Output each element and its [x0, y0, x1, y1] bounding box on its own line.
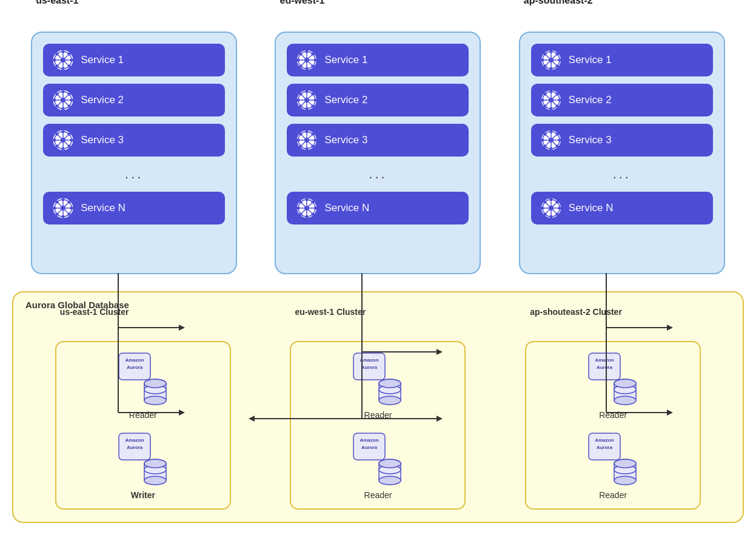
svg-point-146: [549, 58, 554, 62]
svg-point-118: [306, 147, 309, 150]
svg-point-247: [614, 459, 636, 468]
svg-point-151: [543, 53, 546, 56]
svg-point-87: [306, 50, 309, 53]
svg-point-56: [61, 138, 65, 143]
svg-point-133: [306, 215, 309, 218]
service-label: Service 2: [81, 94, 124, 106]
aurora-cluster-label-ap: ap-shouteast-2 Cluster: [530, 307, 622, 317]
svg-point-33: [68, 53, 71, 56]
service-item-us-east-1-2: Service 2: [43, 84, 225, 116]
db-node-label-eu-reader2: Reader: [364, 490, 392, 500]
svg-point-137: [312, 213, 315, 216]
svg-point-117: [306, 130, 309, 133]
service-label: Service 3: [569, 134, 612, 146]
svg-point-193: [549, 215, 552, 218]
svg-point-180: [558, 139, 561, 142]
svg-text:Amazon: Amazon: [125, 437, 144, 443]
kubernetes-icon-n: [53, 198, 73, 218]
db-node-us-reader: Amazon Aurora Reader: [116, 352, 170, 420]
svg-point-181: [543, 133, 546, 136]
svg-text:Aurora: Aurora: [597, 365, 613, 370]
svg-point-34: [56, 65, 59, 68]
service-label: Service 2: [569, 94, 612, 106]
svg-point-135: [314, 207, 317, 210]
svg-point-58: [62, 147, 65, 150]
svg-point-150: [558, 59, 561, 62]
svg-point-106: [299, 93, 303, 96]
service-item-ap-n: Service N: [531, 192, 713, 224]
service-item-us-east-1-1: Service 1: [43, 44, 225, 76]
svg-point-88: [306, 67, 309, 70]
svg-point-149: [541, 59, 544, 62]
service-item-eu-west-1-3: Service 3: [287, 124, 469, 157]
svg-point-245: [614, 476, 636, 485]
db-node-us-writer: Amazon Aurora Writer: [116, 432, 170, 500]
svg-point-205: [144, 396, 166, 405]
svg-text:Aurora: Aurora: [127, 445, 143, 450]
svg-point-90: [314, 59, 317, 62]
svg-point-86: [304, 58, 309, 62]
region-cluster-eu-west-1: Service 1: [275, 32, 481, 274]
svg-text:Amazon: Amazon: [360, 357, 379, 363]
aurora-db-icon-us-writer: Amazon Aurora: [116, 432, 170, 487]
svg-point-27: [62, 50, 65, 53]
db-node-label-us-reader: Reader: [129, 410, 157, 420]
svg-point-164: [541, 99, 544, 102]
svg-point-148: [549, 67, 552, 70]
svg-point-123: [312, 133, 315, 136]
svg-point-138: [312, 201, 315, 204]
svg-point-124: [299, 145, 303, 148]
svg-point-161: [549, 98, 554, 103]
svg-point-120: [314, 139, 317, 142]
svg-text:Aurora: Aurora: [361, 365, 378, 370]
svg-text:Amazon: Amazon: [360, 437, 379, 443]
svg-text:Amazon: Amazon: [595, 357, 614, 363]
svg-point-74: [53, 207, 56, 210]
service-label: Service N: [81, 202, 125, 214]
db-node-eu-reader2: Amazon Aurora Reader: [350, 432, 405, 500]
svg-point-109: [299, 105, 303, 108]
svg-point-64: [56, 145, 59, 148]
service-label: Service N: [324, 202, 369, 214]
kubernetes-icon-ap-1: [541, 50, 561, 70]
aurora-clusters-row: us-east-1 Cluster Amazon Aurora: [25, 323, 731, 510]
region-cluster-us-east-1: Service 1: [31, 32, 237, 274]
svg-point-163: [549, 107, 552, 110]
ellipsis-eu-west-1: ...: [287, 164, 469, 184]
service-item-us-east-1-3: Service 3: [43, 124, 225, 157]
aurora-cluster-eu-west-1: Amazon Aurora Reader: [290, 341, 466, 510]
svg-point-76: [56, 201, 59, 204]
svg-point-153: [555, 53, 558, 56]
svg-point-31: [56, 53, 59, 56]
aurora-cluster-us-east-1: Amazon Aurora Reader: [55, 341, 231, 510]
svg-point-167: [555, 105, 558, 108]
svg-point-43: [62, 107, 65, 110]
svg-point-183: [555, 133, 558, 136]
service-item-eu-west-1-2: Service 2: [287, 84, 469, 116]
svg-point-29: [53, 59, 56, 62]
svg-point-231: [379, 459, 401, 468]
aurora-cluster-ap-southeast-2: Amazon Aurora Reader: [525, 341, 701, 510]
svg-point-199: [543, 213, 546, 216]
svg-point-48: [68, 93, 71, 96]
svg-point-46: [56, 93, 59, 96]
region-eu-west-1: eu-west-1: [275, 12, 481, 274]
ellipsis-ap-southeast-2: ...: [531, 164, 713, 184]
svg-point-179: [541, 139, 544, 142]
aurora-cluster-eu-west-1-wrapper: eu-west-1 Cluster Amazon Aurora: [290, 323, 466, 510]
svg-point-108: [312, 93, 315, 96]
svg-point-178: [549, 147, 552, 150]
region-ap-southeast-2: ap-southeast-2: [519, 12, 725, 274]
service-label: Service 1: [569, 54, 612, 66]
service-label: Service 2: [324, 94, 367, 106]
svg-point-207: [144, 379, 166, 388]
svg-point-79: [56, 213, 59, 216]
ellipsis-us-east-1: ...: [43, 164, 225, 184]
aurora-db-icon-us-reader: Amazon Aurora: [116, 352, 170, 407]
svg-point-57: [62, 130, 65, 133]
region-label-ap-southeast-2: ap-southeast-2: [524, 0, 593, 6]
svg-point-131: [304, 206, 309, 211]
svg-point-41: [61, 98, 65, 103]
svg-point-134: [297, 207, 300, 210]
svg-point-91: [299, 53, 303, 56]
